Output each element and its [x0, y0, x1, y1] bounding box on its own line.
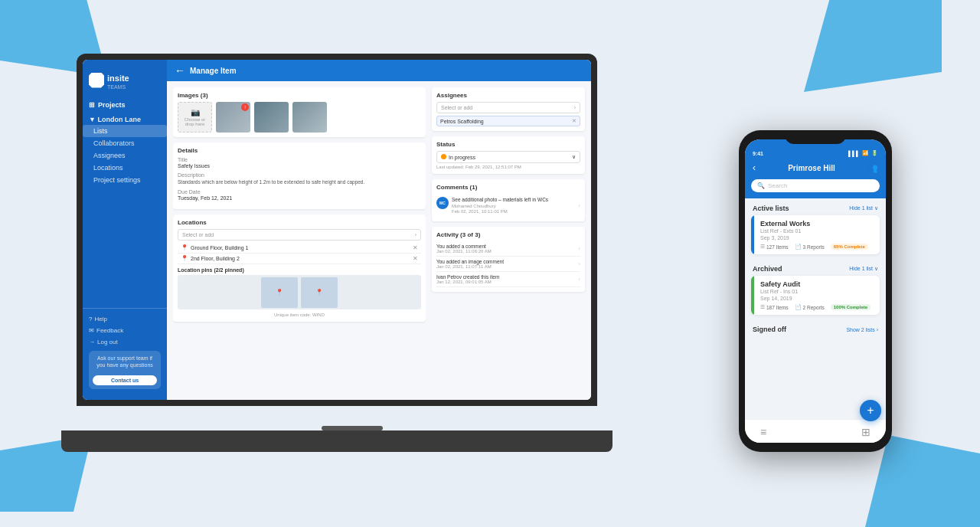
sidebar-item-locations[interactable]: Locations: [83, 162, 167, 174]
users-icon[interactable]: 👥: [867, 163, 878, 173]
hide-active-lists-button[interactable]: Hide 1 list ∨: [849, 205, 878, 211]
description-value[interactable]: Standards which are below height of 1.2m…: [178, 178, 421, 185]
map-container: 📍 📍: [178, 275, 421, 309]
location-select[interactable]: Select or add ›: [178, 229, 421, 241]
signal-icon: ▌▌▌: [848, 151, 860, 156]
fab-button[interactable]: +: [860, 400, 881, 421]
assignee-tag: Petros Scaffolding ✕: [436, 116, 580, 126]
comment-text: See additional photo – materials left in…: [452, 197, 575, 203]
status-title: Status: [436, 141, 580, 148]
report-icon-2: 📄: [795, 304, 802, 310]
sidebar-item-help[interactable]: ? Help: [89, 313, 161, 325]
reports-count-2: 📄 2 Reports: [795, 304, 825, 310]
title-value[interactable]: Safety Issues: [178, 163, 421, 169]
phone-status-icons: ▌▌▌ 📶 🔋: [848, 150, 878, 156]
support-text: Ask our support team if you have any que…: [93, 355, 157, 368]
list-stats-2: ☰ 187 Items 📄 2 Reports 100% Complete: [760, 304, 874, 310]
upload-button[interactable]: 📷 Choose or drop here: [178, 102, 212, 133]
main-content: ← Manage Item Images (3) 📷 Ch: [167, 60, 591, 400]
image-thumb-3[interactable]: [292, 102, 327, 133]
sidebar-item-projects[interactable]: ⊞ Projects: [83, 97, 167, 113]
items-count-2: ☰ 187 Items: [760, 304, 789, 310]
sidebar-item-assignees[interactable]: Assignees: [83, 149, 167, 162]
image-badge: !: [241, 103, 249, 111]
contact-button[interactable]: Contact us: [93, 375, 157, 385]
report-icon: 📄: [795, 244, 802, 250]
safety-audit-card[interactable]: Safety Audit List Ref - Ins 01 Sep 14, 2…: [751, 276, 880, 315]
activity-item-1[interactable]: You added a comment Jan 02, 2021, 11:06:…: [436, 241, 580, 257]
logout-icon: →: [89, 339, 95, 345]
activity-item-2[interactable]: You added an image comment Jan 02, 2021,…: [436, 257, 580, 272]
laptop-screen: insite TEAMS ⊞ Projects ▼ London Lane Li…: [83, 60, 591, 400]
map-pin-icon-1: 📍: [276, 289, 283, 296]
comment-arrow-icon: ›: [578, 202, 580, 209]
help-icon: ?: [89, 316, 92, 322]
activity-arrow-3: ›: [578, 276, 580, 283]
card-body-2: Safety Audit List Ref - Ins 01 Sep 14, 2…: [754, 276, 880, 315]
external-works-card[interactable]: External Works List Ref - Exts 01 Sep 3,…: [751, 215, 880, 254]
sidebar-item-lists[interactable]: Lists: [83, 125, 167, 137]
activity-text-1: You added a comment: [436, 244, 492, 249]
activity-arrow-1: ›: [578, 245, 580, 252]
show-signed-off-button[interactable]: Show 2 lists ›: [846, 327, 878, 332]
page-title: Manage Item: [190, 67, 237, 75]
hide-archived-button[interactable]: Hide 1 list ∨: [849, 266, 878, 272]
assignee-select[interactable]: Select or add ›: [436, 102, 580, 113]
list-ref: List Ref - Exts 01: [760, 228, 874, 234]
left-panel: Images (3) 📷 Choose or drop here !: [173, 87, 426, 394]
phone-back-button[interactable]: ‹: [753, 162, 756, 173]
status-section: Status In progress ∨ Last updated: Feb 2…: [432, 136, 585, 174]
remove-location-2[interactable]: ✕: [413, 255, 418, 262]
comment-item: MC See additional photo – materials left…: [436, 194, 580, 217]
sidebar-item-project-settings[interactable]: Project settings: [83, 174, 167, 186]
activity-arrow-2: ›: [578, 260, 580, 267]
back-button[interactable]: ←: [175, 64, 185, 77]
sidebar-item-collaborators[interactable]: Collaborators: [83, 137, 167, 149]
list-card-inner-2: Safety Audit List Ref - Ins 01 Sep 14, 2…: [751, 276, 880, 315]
details-section: Details Title Safety Issues Description …: [173, 142, 426, 209]
remove-location-1[interactable]: ✕: [413, 244, 418, 251]
assignees-title: Assignees: [436, 92, 580, 99]
logo: insite TEAMS: [83, 66, 167, 97]
list-stats: ☰ 127 Items 📄 3 Reports 65% Complete: [760, 244, 874, 250]
signed-off-title: Signed off: [753, 326, 786, 333]
title-label: Title: [178, 157, 421, 162]
list-ref-2: List Ref - Ins 01: [760, 289, 874, 294]
sidebar-item-feedback[interactable]: ✉ Feedback: [89, 325, 161, 336]
activity-date-1: Jan 02, 2021, 11:06:20 AM: [436, 249, 492, 254]
phone-time: 9:41: [753, 151, 763, 156]
map-thumb-2[interactable]: 📍: [301, 277, 338, 308]
menu-icon[interactable]: ≡: [760, 426, 766, 438]
feedback-icon: ✉: [89, 327, 94, 334]
due-date-value[interactable]: Tuesday, Feb 12, 2021: [178, 195, 421, 201]
content-area: Images (3) 📷 Choose or drop here !: [167, 81, 591, 400]
phone-bottom-bar: ≡ ⊞: [745, 419, 886, 443]
list-title: External Works: [760, 220, 874, 227]
comment-body: See additional photo – materials left in…: [452, 197, 575, 214]
due-date-label: Due Date: [178, 189, 421, 195]
progress-badge-2: 100% Complete: [831, 304, 871, 310]
activity-item-3[interactable]: Ivan Petrov created this item Jan 12, 20…: [436, 272, 580, 287]
bg-decoration-tr: [804, 0, 942, 92]
sidebar-item-london-lane[interactable]: ▼ London Lane: [83, 113, 167, 125]
laptop: insite TEAMS ⊞ Projects ▼ London Lane Li…: [77, 54, 628, 452]
remove-assignee-icon[interactable]: ✕: [572, 118, 577, 124]
logo-icon: [89, 73, 104, 88]
signed-off-header: Signed off Show 2 lists ›: [745, 319, 886, 336]
search-box[interactable]: 🔍 Search: [751, 179, 880, 192]
grid-icon-bottom[interactable]: ⊞: [861, 426, 871, 438]
comments-section: Comments (1) MC See additional photo – m…: [432, 179, 585, 221]
active-lists-header: Active lists Hide 1 list ∨: [745, 198, 886, 215]
sidebar-item-logout[interactable]: → Log out: [89, 336, 161, 348]
status-select[interactable]: In progress ∨: [436, 151, 580, 163]
list-card-inner: External Works List Ref - Exts 01 Sep 3,…: [751, 215, 880, 254]
card-body: External Works List Ref - Exts 01 Sep 3,…: [754, 215, 880, 254]
phone-outer: 9:41 ▌▌▌ 📶 🔋 ‹ Primrose Hill 👥 🔍 Search: [739, 130, 892, 452]
map-thumb-1[interactable]: 📍: [261, 277, 298, 308]
archived-header: Archived Hide 1 list ∨: [745, 259, 886, 276]
image-thumb-2[interactable]: [254, 102, 289, 133]
image-thumb-1[interactable]: !: [216, 102, 250, 133]
items-count: ☰ 127 Items: [760, 244, 789, 250]
signed-off-section: Signed off Show 2 lists ›: [745, 319, 886, 336]
reports-count: 📄 3 Reports: [795, 244, 825, 250]
